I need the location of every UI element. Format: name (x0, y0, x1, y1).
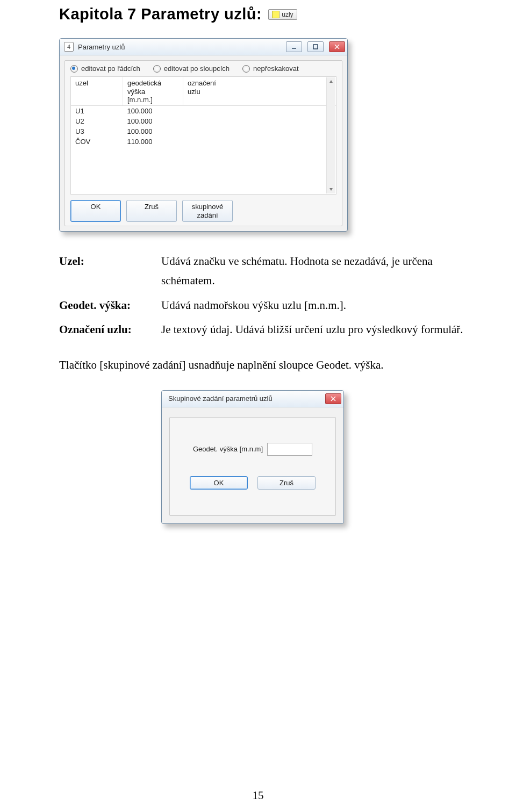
radio-dot-icon (242, 65, 250, 73)
chapter-heading-row: Kapitola 7 Parametry uzlů: uzly (59, 5, 468, 23)
page-number: 15 (0, 789, 516, 802)
cell-uzel: U1 (71, 105, 123, 116)
dialog-button-row: OK Zruš (175, 476, 330, 490)
desc-oznaceni: Je textový údaj. Udává bližší určení uzl… (161, 320, 468, 340)
chapter-title: Kapitola 7 Parametry uzlů: (59, 5, 262, 23)
radio-edit-rows[interactable]: editovat po řádcích (70, 64, 140, 73)
cell-vyska: 100.000 (123, 105, 183, 116)
cell-uzel: U2 (71, 116, 123, 126)
cell-uzel: U3 (71, 126, 123, 136)
edit-mode-radios: editovat po řádcích editovat po sloupcíc… (70, 64, 336, 73)
title-bar: 4 Parametry uzlů (60, 39, 347, 55)
radio-edit-cols-label: editovat po sloupcích (164, 64, 230, 73)
height-field-row: Geodet. výška [m.n.m] (175, 443, 330, 456)
dialog-close-button[interactable] (325, 393, 341, 404)
desc-vyska: Udává nadmořskou výšku uzlu [m.n.m.]. (161, 296, 468, 315)
vertical-scrollbar[interactable] (326, 77, 335, 193)
term-oznaceni: Označení uzlu: (59, 320, 161, 340)
cell-vyska: 100.000 (123, 126, 183, 136)
maximize-button[interactable] (307, 41, 324, 52)
radio-no-skip[interactable]: nepřeskakovat (242, 64, 299, 73)
app-icon: 4 (64, 42, 74, 52)
scroll-up-icon[interactable] (328, 78, 334, 85)
svg-rect-1 (313, 45, 318, 49)
col-oznaceni[interactable]: označení uzlu (183, 77, 336, 105)
term-uzel: Uzel: (59, 252, 161, 290)
radio-dot-icon (70, 65, 78, 73)
cell-vyska: 110.000 (123, 136, 183, 147)
cell-oznaceni (183, 126, 336, 136)
radio-edit-rows-label: editovat po řádcích (81, 64, 140, 73)
group-entry-dialog: Skupinové zadání parametrů uzlů Geodet. … (161, 390, 344, 524)
info-paragraph: Tlačítko [skupinové zadání] usnadňuje na… (59, 356, 468, 375)
window-body: editovat po řádcích editovat po sloupcíc… (60, 55, 347, 231)
radio-no-skip-label: nepřeskakovat (253, 64, 299, 73)
nodes-table-container: uzel geodetická výška [m.n.m.] označení … (70, 76, 336, 195)
desc-uzel: Udává značku ve schématu. Hodnota se nez… (161, 252, 468, 290)
dialog-body: Geodet. výška [m.n.m] OK Zruš (162, 407, 343, 523)
height-input[interactable] (267, 443, 312, 456)
ok-button[interactable]: OK (70, 200, 121, 222)
minimize-button[interactable] (286, 41, 302, 52)
height-field-label: Geodet. výška [m.n.m] (193, 445, 263, 453)
cell-oznaceni (183, 105, 336, 116)
scroll-down-icon[interactable] (328, 186, 334, 192)
definitions-list: Uzel: Udává značku ve schématu. Hodnota … (59, 252, 468, 340)
col-vyska[interactable]: geodetická výška [m.n.m.] (123, 77, 183, 105)
radio-dot-icon (153, 65, 161, 73)
cell-oznaceni (183, 136, 336, 147)
window-title: Parametry uzlů (78, 43, 281, 51)
inner-panel: editovat po řádcích editovat po sloupcíc… (64, 60, 342, 226)
square-icon (272, 11, 280, 18)
svg-marker-5 (329, 188, 333, 191)
close-button[interactable] (329, 41, 345, 52)
table-row[interactable]: U1 100.000 (71, 105, 336, 116)
col-uzel[interactable]: uzel (71, 77, 123, 105)
dialog-panel: Geodet. výška [m.n.m] OK Zruš (169, 417, 336, 516)
svg-marker-4 (329, 80, 333, 83)
nodes-table[interactable]: uzel geodetická výška [m.n.m.] označení … (71, 77, 336, 147)
parametry-uzlu-window: 4 Parametry uzlů editovat po řádcích edi… (59, 38, 348, 232)
term-vyska: Geodet. výška: (59, 296, 161, 315)
document-page: Kapitola 7 Parametry uzlů: uzly 4 Parame… (0, 0, 516, 812)
toolbar-uzly-label: uzly (282, 11, 293, 18)
cell-uzel: ČOV (71, 136, 123, 147)
cancel-button[interactable]: Zruš (126, 200, 177, 222)
radio-edit-cols[interactable]: editovat po sloupcích (153, 64, 230, 73)
table-row[interactable]: ČOV 110.000 (71, 136, 336, 147)
window-button-row: OK Zruš skupinové zadání (70, 200, 336, 222)
cell-vyska: 100.000 (123, 116, 183, 126)
toolbar-uzly-button[interactable]: uzly (268, 9, 297, 20)
dialog-title-bar: Skupinové zadání parametrů uzlů (162, 391, 343, 407)
dialog-ok-button[interactable]: OK (190, 476, 248, 490)
group-entry-button[interactable]: skupinové zadání (182, 200, 233, 222)
dialog-cancel-button[interactable]: Zruš (257, 476, 316, 490)
dialog-title: Skupinové zadání parametrů uzlů (166, 394, 320, 403)
table-row[interactable]: U2 100.000 (71, 116, 336, 126)
cell-oznaceni (183, 116, 336, 126)
table-row[interactable]: U3 100.000 (71, 126, 336, 136)
